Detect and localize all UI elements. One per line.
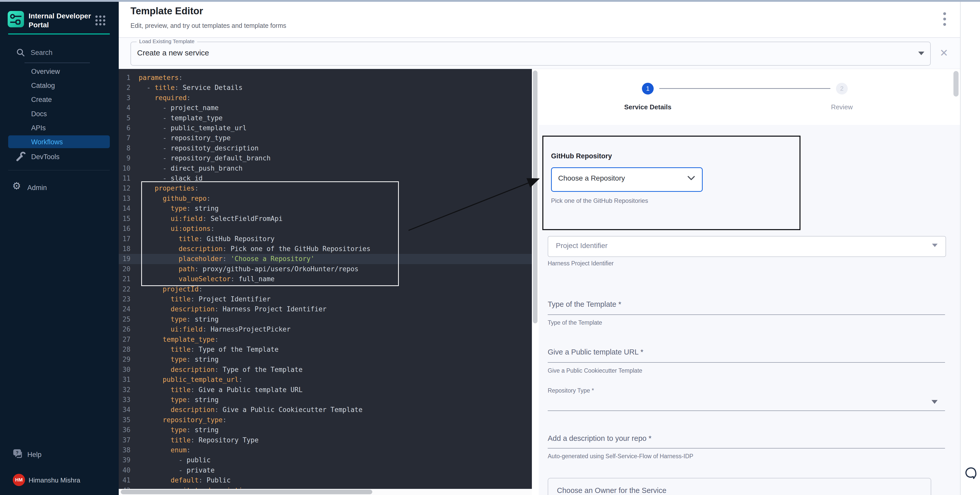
code-line: 41 default: Public	[119, 475, 532, 485]
code-line: 1parameters:	[119, 73, 532, 83]
code-line: 26 ui:field: HarnessProjectPicker	[119, 325, 532, 334]
stepper-step-2[interactable]: 2	[836, 83, 848, 94]
github-repository-label: GitHub Repository	[551, 152, 612, 160]
sidebar-item-create[interactable]: Create	[0, 92, 119, 106]
sidebar-divider	[8, 170, 110, 170]
repository-type-select[interactable]	[548, 411, 945, 411]
yaml-code-editor[interactable]: 1parameters:2 - title: Service Details3 …	[119, 69, 532, 495]
template-url-field[interactable]: Give a Public template URL *	[548, 348, 643, 356]
code-line: 8 - repositoty_description	[119, 143, 532, 153]
load-template-select[interactable]	[130, 41, 931, 66]
project-identifier-placeholder: Project Identifier	[556, 242, 608, 250]
editor-horizontal-scrollbar[interactable]	[119, 489, 532, 495]
editor-scroll-gutter	[532, 69, 539, 495]
page-right-gutter	[960, 2, 980, 495]
code-line: 25 type: string	[119, 314, 532, 325]
code-line: 7 - repository_type	[119, 133, 532, 143]
code-line: 9 - repository_default_branch	[119, 153, 532, 163]
dropdown-caret-icon	[931, 400, 938, 404]
template-url-underline	[548, 362, 945, 363]
code-line: 29 type: string	[119, 355, 532, 364]
template-url-hint: Give a Public Cookiecutter Template	[548, 367, 642, 374]
chat-feedback-icon[interactable]	[965, 466, 977, 481]
repository-type-label: Repository Type *	[548, 387, 594, 394]
more-options-button[interactable]	[943, 12, 946, 29]
page-vscroll-thumb[interactable]	[953, 71, 959, 97]
owner-select-placeholder: Choose an Owner for the Service	[557, 486, 667, 495]
code-line: 34 description: Give a Public Cookiecutt…	[119, 405, 532, 415]
github-repository-hint: Pick one of the GitHub Repositories	[551, 197, 648, 204]
clear-template-button[interactable]: ✕	[940, 47, 948, 59]
code-line: 5 - template_type	[119, 113, 532, 123]
avatar: HM	[13, 474, 25, 486]
repo-description-hint: Auto-generated using Self-Service-Flow o…	[548, 453, 693, 460]
user-menu[interactable]: HM Himanshu Mishra	[0, 473, 119, 487]
editor-hscroll-thumb[interactable]	[121, 490, 372, 494]
code-line: 23 title: Project Identifier	[119, 294, 532, 304]
code-line: 24 description: Harness Project Identifi…	[119, 304, 532, 314]
search-icon	[16, 48, 25, 57]
load-template-value: Create a new service	[137, 49, 209, 57]
app-title: Internal Developer Portal	[29, 11, 92, 29]
code-highlight-box	[141, 181, 399, 286]
project-identifier-hint: Harness Project Identifier	[548, 260, 614, 267]
sidebar-item-docs[interactable]: Docs	[0, 107, 119, 121]
code-line: 3 required:	[119, 93, 532, 103]
repo-description-field[interactable]: Add a description to your repo *	[548, 434, 651, 442]
code-line: 39 - public	[119, 455, 532, 465]
stepper-step-1[interactable]: 1	[642, 83, 654, 94]
sidebar: Internal Developer Portal Search Overvie…	[0, 2, 119, 495]
code-line: 28 title: Type of the Template	[119, 345, 532, 355]
app-switcher-icon[interactable]	[95, 15, 106, 26]
sidebar-item-devtools[interactable]: DevTools	[0, 150, 119, 164]
code-line: 38 enum:	[119, 445, 532, 455]
chevron-down-icon	[687, 176, 695, 181]
github-repository-select-value: Choose a Repository	[558, 174, 625, 182]
code-line: 6 - public_template_url	[119, 123, 532, 133]
search-underline	[24, 62, 90, 63]
code-line: 32 title: Give a Public template URL	[119, 385, 532, 395]
repo-description-underline	[548, 448, 945, 449]
sidebar-item-admin[interactable]: ⚙ Admin	[0, 181, 119, 194]
template-type-field[interactable]: Type of the Template *	[548, 300, 621, 309]
code-line: 36 type: string	[119, 425, 532, 435]
page-header	[119, 2, 960, 38]
code-line: 31 public_template_url:	[119, 375, 532, 385]
sidebar-item-catalog[interactable]: Catalog	[0, 78, 119, 92]
window-top-strip	[0, 0, 980, 2]
stepper-label-service-details: Service Details	[609, 103, 686, 111]
template-editor-page: Internal Developer Portal Search Overvie…	[0, 0, 980, 495]
code-line: 30 description: Type of the Template	[119, 365, 532, 375]
sidebar-accent-divider	[8, 33, 110, 35]
template-type-hint: Type of the Template	[548, 319, 602, 326]
code-line: 37 title: Repository Type	[119, 435, 532, 445]
code-line: 33 type: string	[119, 395, 532, 405]
sidebar-item-apis[interactable]: APIs	[0, 121, 119, 135]
load-template-label: Load Existing Template	[137, 38, 197, 45]
stepper-connector	[659, 88, 830, 89]
editor-vscroll-thumb[interactable]	[533, 70, 538, 323]
idp-logo-icon	[8, 11, 24, 27]
help-chat-icon: ?	[13, 449, 24, 460]
search-input[interactable]: Search	[31, 49, 52, 57]
svg-text:?: ?	[16, 450, 18, 455]
dropdown-caret-icon	[918, 52, 924, 55]
gear-icon: ⚙	[12, 181, 21, 191]
page-subtitle: Edit, preview, and try out templates and…	[130, 22, 286, 29]
dropdown-caret-icon	[932, 244, 938, 247]
code-line: 10 - direct_push_branch	[119, 164, 532, 173]
code-line: 27 template_type:	[119, 334, 532, 345]
code-line: 35 repository_type:	[119, 415, 532, 425]
sidebar-item-overview[interactable]: Overview	[0, 64, 119, 78]
code-line: 4 - project_name	[119, 103, 532, 113]
sidebar-item-workflows[interactable]: Workflows	[8, 135, 110, 148]
wrench-icon	[16, 151, 26, 162]
code-line: 2 - title: Service Details	[119, 83, 532, 93]
sidebar-item-help[interactable]: ? Help	[0, 447, 119, 461]
page-title: Template Editor	[130, 6, 203, 17]
stepper-label-review: Review	[803, 103, 880, 111]
user-name: Himanshu Mishra	[29, 476, 80, 484]
code-line: 40 - private	[119, 465, 532, 475]
template-type-underline	[548, 314, 945, 315]
